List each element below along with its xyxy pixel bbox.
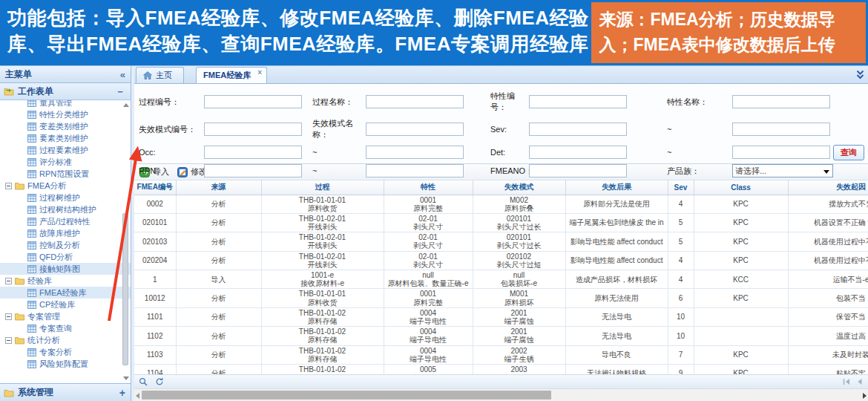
worksheet-collapse-toggle[interactable]: − [115, 86, 125, 97]
grid-column-header[interactable]: Sev [668, 180, 694, 195]
sidebar-tree-item[interactable]: 产品/过程特性 [0, 215, 131, 227]
sidebar-tree-item[interactable]: RPN范围设置 [0, 168, 131, 180]
sidebar-tree-item[interactable]: 专案查询 [0, 322, 131, 334]
form-field-input[interactable] [366, 95, 464, 108]
form-field: ~ [667, 123, 865, 136]
grid-column-header[interactable]: Class [694, 180, 788, 195]
form-field-input[interactable] [529, 95, 627, 108]
cell-process: 1001-e接收原材料-e [261, 270, 384, 289]
grid-row[interactable]: 020103 分析 THB-01-02-01开线剥头 02-01剥头尺寸 020… [134, 232, 868, 251]
horizontal-scroll-thumb[interactable] [142, 391, 551, 400]
sidebar-tree-item[interactable]: 过程要素维护 [0, 144, 131, 156]
sidebar-tree-item[interactable]: CP经验库 [0, 299, 131, 310]
grid-column-header[interactable]: FMEA编号 [134, 180, 176, 195]
expander-icon[interactable] [5, 278, 12, 284]
grid-column-header[interactable]: 失效起因 [788, 180, 868, 195]
sidebar-tree-item[interactable]: 故障库维护 [0, 227, 131, 239]
sidebar-tree-item[interactable]: QFD分析 [0, 251, 131, 263]
sidebar-tree-item[interactable]: 要素类别维护 [0, 132, 131, 144]
grid-row[interactable]: 1101 分析 THB-01-01-02原料存储 0004端子导电性 2001端… [134, 307, 868, 326]
grid-row[interactable]: 020101 分析 THB-01-02-01开线剥头 02-01剥头尺寸 020… [134, 213, 868, 232]
scroll-left-icon[interactable] [136, 393, 139, 399]
sidebar-tree-item[interactable]: 评分标准 [0, 156, 131, 168]
form-field-input[interactable] [529, 164, 627, 177]
tab-close-icon[interactable]: × [257, 69, 262, 76]
expander-icon[interactable] [5, 183, 12, 189]
characteristic-name: 原材料包装、数量正确-e [386, 279, 471, 287]
grid-row[interactable]: 1103 分析 THB-01-01-02原料存储 0004端子导电性 2002端… [134, 345, 868, 364]
form-field-input[interactable] [204, 164, 302, 177]
sidebar-tree-item[interactable]: 过程树维护 [0, 192, 131, 203]
form-field-input[interactable] [529, 123, 627, 136]
system-expand-toggle[interactable]: + [119, 387, 125, 399]
characteristic-name: 原料完整 [386, 299, 471, 307]
grid-row[interactable]: 1104 分析 THB-01-01-02原料存储 0005标识清晰 2003标识… [134, 364, 868, 374]
sidebar-tree-item[interactable]: FMEA经验库 [0, 287, 131, 299]
sidebar-scroll-thumb[interactable] [122, 213, 128, 365]
sidebar-tree-item[interactable]: 过程树结构维护 [0, 203, 131, 215]
grid-row[interactable]: 0002 分析 THB-01-01-01原料收货 0001原料完整 M002原料… [134, 195, 868, 213]
sidebar-tree-item[interactable]: 经验库 [0, 275, 131, 287]
first-page-icon[interactable] [843, 378, 851, 385]
form-field-input[interactable] [204, 123, 302, 136]
sidebar-collapse-icon[interactable]: « [120, 70, 125, 79]
grid-column-header[interactable]: 失效后果 [565, 180, 668, 195]
sidebar-section-worksheet[interactable]: 工作表单 − [0, 83, 131, 100]
cell-class: KPC [694, 345, 788, 364]
sidebar-tree-item[interactable]: 控制及分析 [0, 239, 131, 251]
sidebar-scrollbar[interactable] [122, 102, 130, 382]
sidebar-tree-item[interactable]: 风险矩阵配置 [0, 358, 131, 370]
table-icon [27, 289, 36, 297]
refresh-icon[interactable] [155, 377, 164, 386]
form-field-input[interactable] [366, 146, 464, 159]
tab[interactable]: 主页 [136, 67, 184, 83]
tab[interactable]: FMEA经验库 × [196, 67, 267, 83]
sidebar-section-system[interactable]: 系统管理 + [0, 383, 131, 401]
search-icon[interactable] [139, 377, 148, 386]
scroll-right-icon[interactable] [863, 393, 867, 399]
grid-column-header[interactable]: 过程 [261, 180, 384, 195]
panel-collapse-icon[interactable] [855, 70, 865, 80]
sidebar-tree-item[interactable]: 接触矩阵图 [0, 263, 131, 275]
form-field-input[interactable] [529, 146, 627, 159]
scroll-down-icon[interactable] [123, 376, 129, 380]
sidebar-tree-item[interactable]: 量具管理 [0, 100, 131, 108]
process-name: 开线剥头 [263, 261, 382, 269]
grid-row[interactable]: 020204 分析 THB-01-02-01开线剥头 02-01剥头尺寸 020… [134, 251, 868, 270]
product-family-select[interactable]: 请选择... [732, 164, 833, 177]
expander-icon[interactable] [5, 313, 12, 320]
form-field-label: ~ [667, 148, 732, 157]
sidebar-item-label: 量具管理 [39, 100, 72, 108]
cell-process: THB-01-01-02原料存储 [261, 345, 384, 364]
form-field-input[interactable] [204, 95, 302, 108]
form-field-input[interactable] [732, 146, 830, 159]
grid-row[interactable]: 1 导入 1001-e接收原材料-e null原材料包装、数量正确-e null… [134, 270, 868, 289]
form-field-input[interactable] [366, 164, 464, 177]
grid-row[interactable]: 1102 分析 THB-01-01-02原料存储 0004端子导电性 2001端… [134, 327, 868, 345]
grid-column-header[interactable]: 特性 [384, 180, 473, 195]
sidebar-tree-item[interactable]: 变差类别维护 [0, 120, 131, 132]
prev-page-icon[interactable] [855, 378, 864, 385]
search-button[interactable]: 查询 [833, 145, 864, 160]
cell-sev: 5 [668, 232, 694, 251]
sidebar-tree-item[interactable]: 统计分析 [0, 334, 131, 346]
form-field-label: 过程编号： [139, 97, 204, 108]
grid-row[interactable]: 10012 分析 THB-01-01-01原料收货 0001原料完整 M001原… [134, 289, 868, 307]
grid-column-header[interactable]: 失效模式 [473, 180, 565, 195]
form-field-input[interactable] [366, 123, 464, 136]
scroll-up-icon[interactable] [123, 103, 129, 107]
sidebar-tree-item[interactable]: 特性分类维护 [0, 108, 131, 120]
sidebar-tree-item[interactable]: 专案分析 [0, 346, 131, 358]
form-field-input[interactable] [732, 123, 830, 136]
sidebar-tree-item[interactable]: FMEA分析 [0, 180, 131, 192]
horizontal-scrollbar[interactable] [134, 388, 868, 401]
grid-column-header[interactable]: 来源 [176, 180, 261, 195]
form-field-label: 过程名称： [312, 97, 366, 108]
form-field-input[interactable] [732, 95, 830, 108]
sidebar-tree-item[interactable]: 专案管理 [0, 310, 131, 322]
failure-mode-code: 2001 [475, 309, 564, 317]
form-field-input[interactable] [204, 146, 302, 159]
cell-sev: 7 [668, 345, 694, 364]
table-icon [27, 146, 36, 154]
expander-icon[interactable] [5, 337, 12, 344]
